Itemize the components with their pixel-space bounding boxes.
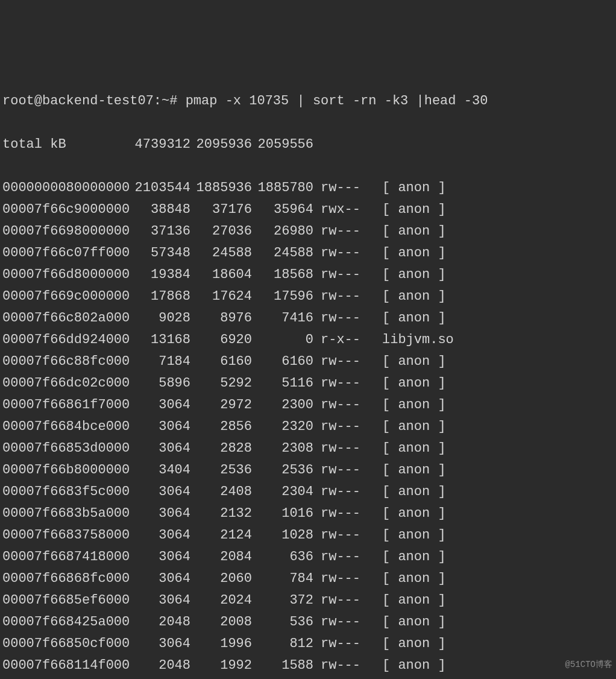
col-d: 2320	[252, 416, 313, 438]
col-mode: rw---	[321, 394, 364, 416]
col-addr: 00007f66c88fc000	[2, 351, 129, 373]
col-mode: rw---	[321, 221, 364, 242]
col-k: 37136	[129, 221, 190, 242]
col-map: [ anon ]	[382, 503, 614, 525]
col-k: 57348	[129, 242, 190, 264]
col-mode: rw---	[321, 481, 364, 503]
col-addr: 00007f66dc02c000	[2, 373, 129, 394]
col-map: [ anon ]	[382, 590, 614, 611]
col-map: [ anon ]	[382, 633, 614, 655]
col-mode: rw---	[321, 264, 364, 286]
col-d: 18568	[252, 264, 313, 286]
pmap-row: 00007f66dc02c000589652925116rw---[ anon …	[2, 373, 614, 394]
pmap-row: 00007f66d8000000193841860418568rw---[ an…	[2, 264, 614, 286]
col-addr: 00007f66c07ff000	[2, 242, 129, 264]
col-addr: 00007f6684bce000	[2, 416, 129, 438]
terminal[interactable]: root@backend-test07:~# pmap -x 10735 | s…	[0, 65, 616, 679]
col-map: [ anon ]	[382, 460, 614, 481]
col-r: 6920	[190, 329, 252, 351]
col-k: 2048	[129, 655, 190, 677]
col-mode: rw---	[321, 438, 364, 460]
col-k: 17868	[129, 286, 190, 308]
pmap-row: 00007f66c9000000388483717635964rwx--[ an…	[2, 199, 614, 221]
col-addr: 00007f66848c5000	[2, 677, 129, 679]
col-k: 7184	[129, 351, 190, 373]
col-r: 37176	[190, 199, 252, 221]
pmap-row: 00007f668425a00020482008536rw---[ anon ]	[2, 611, 614, 633]
col-d: 784	[252, 568, 313, 590]
col-d: 1028	[252, 525, 313, 546]
col-map: [ anon ]	[382, 546, 614, 568]
col-d: 6160	[252, 351, 313, 373]
col-mode: rw---	[321, 611, 364, 633]
col-d: 17596	[252, 286, 313, 308]
col-addr: 00007f66868fc000	[2, 568, 129, 590]
pmap-row: 00007f66850cf00030641996812rw---[ anon ]	[2, 633, 614, 655]
col-map: [ anon ]	[382, 177, 614, 199]
pmap-row: 00007f66dd9240001316869200r-x--libjvm.so	[2, 329, 614, 351]
col-map: [ anon ]	[382, 611, 614, 633]
col-r: 2124	[190, 525, 252, 546]
pmap-row: 00007f66861f7000306429722300rw---[ anon …	[2, 394, 614, 416]
col-d: 26980	[252, 221, 313, 242]
col-mode: rw---	[321, 525, 364, 546]
pmap-row: 00007f6684bce000306428562320rw---[ anon …	[2, 416, 614, 438]
col-addr: 00007f6698000000	[2, 221, 129, 242]
pmap-row: 00007f6683758000306421241028rw---[ anon …	[2, 525, 614, 546]
col-d: 35964	[252, 199, 313, 221]
col-addr: 00007f6683f5c000	[2, 481, 129, 503]
col-d: 1016	[252, 503, 313, 525]
col-r: 2828	[190, 438, 252, 460]
col-mode: rw---	[321, 286, 364, 308]
col-addr: 00007f668425a000	[2, 611, 129, 633]
col-map: [ anon ]	[382, 568, 614, 590]
col-map: [ anon ]	[382, 221, 614, 242]
pmap-row: 00007f669c000000178681762417596rw---[ an…	[2, 286, 614, 308]
col-addr: 00007f66850cf000	[2, 633, 129, 655]
col-mode: rw---	[321, 460, 364, 481]
col-addr: 00007f66861f7000	[2, 394, 129, 416]
col-r: 2084	[190, 546, 252, 568]
total-dirty: 2059556	[252, 134, 313, 156]
col-r: 24588	[190, 242, 252, 264]
col-addr: 00007f66c802a000	[2, 308, 129, 329]
col-mode: rw---	[321, 677, 364, 679]
col-mode: rw---	[321, 568, 364, 590]
col-k: 3064	[129, 590, 190, 611]
col-r: 6160	[190, 351, 252, 373]
col-d: 636	[252, 546, 313, 568]
col-addr: 0000000080000000	[2, 177, 129, 199]
col-d: 372	[252, 590, 313, 611]
col-map: [ anon ]	[382, 481, 614, 503]
col-k: 38848	[129, 199, 190, 221]
pmap-row: 0000000080000000210354418859361885780rw-…	[2, 177, 614, 199]
pmap-row: 00007f66c88fc000718461606160rw---[ anon …	[2, 351, 614, 373]
col-d: 2304	[252, 481, 313, 503]
col-map: [ anon ]	[382, 308, 614, 329]
col-r: 27036	[190, 221, 252, 242]
col-k: 3064	[129, 416, 190, 438]
pmap-row: 00007f6683f5c000306424082304rw---[ anon …	[2, 481, 614, 503]
col-k: 2103544	[129, 177, 190, 199]
col-k: 3064	[129, 568, 190, 590]
col-mode: rw---	[321, 416, 364, 438]
col-d: 536	[252, 611, 313, 633]
col-map: [ anon ]	[382, 438, 614, 460]
col-addr: 00007f6683b5a000	[2, 503, 129, 525]
col-addr: 00007f669c000000	[2, 286, 129, 308]
col-map: [ anon ]	[382, 242, 614, 264]
col-k: 3064	[129, 633, 190, 655]
col-r: 1976	[190, 677, 252, 679]
col-k: 9028	[129, 308, 190, 329]
pmap-row: 00007f6683b5a000306421321016rw---[ anon …	[2, 503, 614, 525]
col-map: [ anon ]	[382, 394, 614, 416]
col-addr: 00007f6685ef6000	[2, 590, 129, 611]
col-r: 17624	[190, 286, 252, 308]
col-map: [ anon ]	[382, 351, 614, 373]
total-kbytes: 4739312	[129, 134, 190, 156]
col-mode: rw---	[321, 177, 364, 199]
col-mode: rwx--	[321, 199, 364, 221]
pmap-row: 00007f66b8000000340425362536rw---[ anon …	[2, 460, 614, 481]
col-r: 2008	[190, 611, 252, 633]
pmap-row: 00007f66868fc00030642060784rw---[ anon ]	[2, 568, 614, 590]
